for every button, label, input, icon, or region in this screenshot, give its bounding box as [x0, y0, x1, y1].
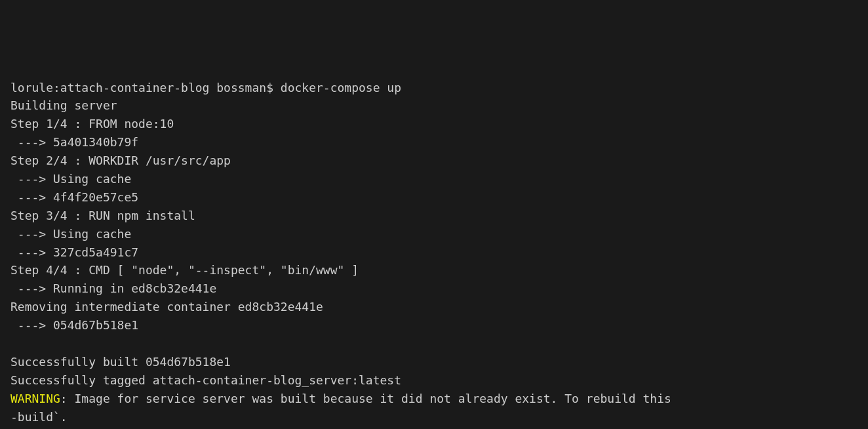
- output-line: Step 4/4 : CMD [ "node", "--inspect", "b…: [10, 263, 359, 277]
- output-line: ---> Running in ed8cb32e441e: [10, 281, 216, 295]
- output-line: Step 3/4 : RUN npm install: [10, 209, 195, 222]
- terminal-output[interactable]: lorule:attach-container-blog bossman$ do…: [10, 79, 858, 429]
- command-entered: docker-compose up: [281, 81, 401, 94]
- output-line: Successfully built 054d67b518e1: [10, 355, 231, 369]
- shell-prompt: lorule:attach-container-blog bossman$: [10, 81, 281, 94]
- warning-text: : Image for service server was built bec…: [60, 392, 671, 405]
- output-line: ---> Using cache: [10, 172, 131, 186]
- output-line: ---> Using cache: [10, 227, 131, 241]
- output-line: Step 1/4 : FROM node:10: [10, 117, 174, 131]
- output-line: Removing intermediate container ed8cb32e…: [10, 300, 323, 314]
- warning-label: WARNING: [10, 392, 60, 405]
- output-line: -build`.: [10, 410, 68, 424]
- output-line: Successfully tagged attach-container-blo…: [10, 373, 401, 387]
- output-line: Step 2/4 : WORKDIR /usr/src/app: [10, 153, 231, 167]
- output-line: ---> 327cd5a491c7: [10, 245, 138, 259]
- output-line: ---> 054d67b518e1: [10, 318, 138, 332]
- output-line: ---> 5a401340b79f: [10, 135, 138, 149]
- output-line: Building server: [10, 98, 117, 112]
- output-line: ---> 4f4f20e57ce5: [10, 190, 138, 204]
